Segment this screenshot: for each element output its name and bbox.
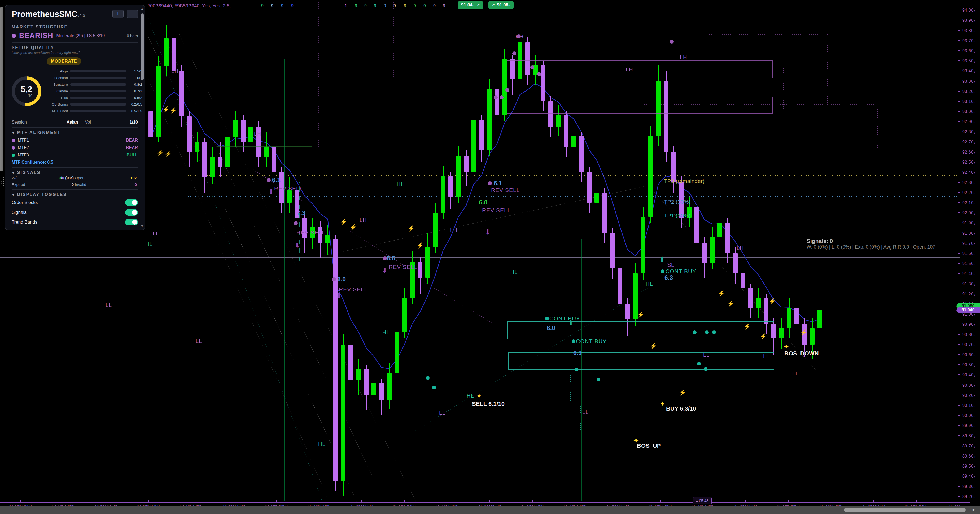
- candle: [595, 193, 599, 203]
- annotation-white-bold: SELL 6.1/10: [472, 401, 504, 407]
- candle: [756, 298, 761, 308]
- signal-dot-icon: [705, 331, 709, 334]
- price-tick: [958, 253, 960, 253]
- candle: [148, 111, 153, 137]
- annotation-arr-dn: ⬇: [294, 242, 300, 249]
- panel-drag-handle[interactable]: [1, 175, 4, 187]
- time-tick: [20, 500, 21, 502]
- time-tick: [660, 500, 661, 502]
- setup-quality-heading: SETUP QUALITY: [12, 45, 138, 50]
- price-tick: [958, 263, 960, 264]
- zoom-in-button[interactable]: +: [113, 10, 124, 18]
- price-label: 91.90₀: [962, 221, 975, 226]
- candle: [379, 383, 384, 400]
- annotation-score-blue: 7.3: [297, 210, 305, 216]
- candle: [348, 345, 353, 380]
- scroll-down-icon[interactable]: ▼: [140, 224, 144, 228]
- candle: [564, 115, 568, 147]
- price-label: 90.60₀: [962, 352, 975, 357]
- price-tick: [958, 476, 960, 476]
- toggle-row: Trend Bands: [12, 217, 138, 227]
- price-label: 93.50₀: [962, 59, 975, 64]
- panel-scrollbar[interactable]: ▲ ▼: [140, 6, 144, 229]
- price-tick: [958, 233, 960, 233]
- price-label: 90.50₀: [962, 363, 975, 367]
- toggle-switch[interactable]: [125, 219, 138, 226]
- time-tick: [447, 500, 447, 502]
- swing-dot-icon: [332, 277, 336, 282]
- mtf-heading[interactable]: ▼MTF ALIGNMENT: [12, 130, 138, 135]
- annotation-bolt: ⚡: [162, 107, 169, 113]
- legend-value: 9...: [261, 3, 267, 8]
- mtf-dot-icon: [12, 154, 15, 157]
- signal-dot-icon: [426, 376, 430, 380]
- meter-row: OB Bonus 0.2/0.5: [45, 101, 142, 108]
- annotation-st-purple: LL: [703, 352, 710, 358]
- panel-scroll-thumb[interactable]: [141, 13, 144, 80]
- annotation-st-purple: LH: [360, 218, 367, 223]
- swing-dot-icon: [530, 65, 534, 69]
- price-tick: [958, 314, 960, 314]
- annotation-st-teal: HL: [467, 393, 474, 398]
- annotation-st-purple: LH: [254, 131, 261, 136]
- toggle-switch[interactable]: [125, 199, 138, 206]
- candle: [602, 193, 607, 233]
- price-tick: [958, 364, 960, 365]
- price-chip-button[interactable]: 91.04₀↗: [458, 1, 483, 9]
- signal-dot-icon: [597, 378, 600, 381]
- open-count: 107: [106, 175, 138, 180]
- swing-dot-icon: [488, 181, 492, 185]
- annotation-bolt: ⚡: [408, 226, 415, 231]
- indicator-panel[interactable]: PrometheusSMCv2.0 + - MARKET STRUCTURE B…: [5, 5, 145, 230]
- candle: [587, 172, 592, 203]
- annotation-st-purple: LH: [737, 245, 744, 251]
- annotation-st-purple: LL: [582, 409, 589, 415]
- signal-dot-icon: [697, 362, 701, 366]
- annotation-bolt: ⚡: [164, 151, 172, 157]
- time-tick: [148, 500, 149, 502]
- market-structure-heading: MARKET STRUCTURE: [12, 25, 138, 29]
- swing-dot-icon: [383, 256, 387, 261]
- scroll-up-icon[interactable]: ▲: [140, 7, 144, 11]
- time-tick: [916, 500, 916, 502]
- annotation-bolt: ⚡: [156, 150, 164, 156]
- candle: [818, 310, 822, 328]
- price-tick: [958, 436, 960, 436]
- time-axis[interactable]: [0, 502, 970, 503]
- session-volume: 1/10: [130, 120, 138, 125]
- signal-dot-icon: [432, 386, 436, 389]
- time-tick: [959, 500, 959, 502]
- indicator-legend[interactable]: #00B89440, #9B59B640, Yes, Yes, 2.5,...: [148, 3, 235, 9]
- price-tick: [958, 415, 960, 415]
- scroll-right-icon[interactable]: ▸: [972, 507, 975, 512]
- price-label: 91.60₀: [962, 251, 975, 256]
- display-toggles-heading[interactable]: ▼DISPLAY TOGGLES: [12, 192, 138, 197]
- annotation-bolt: ⚡: [760, 333, 767, 339]
- toggle-switch[interactable]: [125, 209, 138, 216]
- time-tick: [63, 500, 64, 502]
- signal-dot-icon: [693, 331, 697, 334]
- annotation-score-blue: 6.1: [494, 180, 502, 186]
- price-axis[interactable]: [959, 0, 960, 503]
- price-tick: [958, 101, 960, 102]
- price-tick: [958, 294, 960, 294]
- price-label: 90.40₀: [962, 372, 975, 377]
- candle: [371, 383, 376, 395]
- time-tick: [745, 500, 746, 502]
- time-tick: [404, 500, 405, 502]
- legend-value: 9...: [404, 3, 410, 8]
- chart-window[interactable]: LHLHLHLHLHLHLHHHHHHLHLHLHLHLHLLLLLLLLLLL…: [0, 0, 980, 514]
- signal-dot-icon: [572, 339, 575, 343]
- time-tick: [788, 500, 789, 502]
- zoom-out-button[interactable]: -: [127, 10, 138, 18]
- left-scrollbar[interactable]: [0, 7, 3, 171]
- signal-dot-icon: [545, 317, 549, 320]
- candle: [571, 136, 576, 147]
- price-tick: [958, 273, 960, 274]
- price-chip-button[interactable]: ↗91.08₀: [488, 1, 514, 9]
- meter-row: Risk 0.5/2: [45, 94, 142, 101]
- signals-heading[interactable]: ▼SIGNALS: [12, 170, 138, 175]
- price-label: 89.30₀: [962, 484, 975, 489]
- candle: [794, 308, 799, 324]
- horizontal-scrollbar[interactable]: [844, 508, 966, 512]
